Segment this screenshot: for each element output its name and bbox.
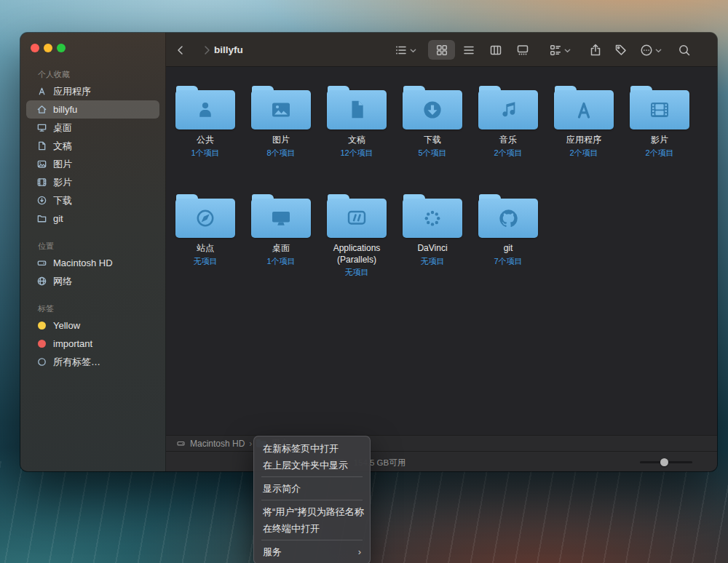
menu-item-label: 服务 [263, 546, 282, 558]
folder-icon [251, 194, 311, 238]
folder-item-pictures[interactable]: 图片 8个项目 [243, 86, 319, 194]
toolbar: billyfu [166, 33, 717, 67]
menu-item-label: 在新标签页中打开 [263, 442, 339, 455]
folder-icon [403, 86, 462, 129]
list-view-button[interactable] [455, 40, 482, 60]
minimize-button[interactable] [44, 44, 52, 52]
view-options-button[interactable] [393, 41, 418, 59]
folder-item-davinci[interactable]: DaVinci 无项目 [395, 194, 470, 303]
sidebar-item-downloads[interactable]: 下载 [26, 191, 159, 209]
folder-icon [251, 86, 311, 129]
folder-item-music[interactable]: 音乐 2个项目 [470, 86, 546, 194]
sidebar-item-label: Macintosh HD [53, 257, 113, 268]
sidebar-item-label: 应用程序 [53, 85, 91, 98]
sidebar-item-network[interactable]: 网络 [26, 272, 159, 290]
back-icon [174, 44, 187, 57]
sidebar-item-tag-important[interactable]: important [26, 335, 159, 353]
folder-item-public[interactable]: 公共 1个项目 [167, 86, 243, 194]
sidebar-item-macintosh-hd[interactable]: Macintosh HD [26, 254, 159, 272]
chevron-right-icon: › [249, 439, 252, 449]
column-view-icon [489, 44, 502, 57]
network-icon [36, 276, 47, 287]
folder-item-movies[interactable]: 影片 2个项目 [622, 86, 697, 194]
slider-knob[interactable] [660, 458, 668, 466]
menu-item-copy-as-pathname[interactable]: 将“用户”拷贝为路径名称 [254, 503, 370, 520]
sidebar-item-applications[interactable]: 应用程序 [26, 82, 159, 100]
menu-divider [261, 476, 363, 477]
folder-name: Applications (Parallels) [320, 243, 393, 265]
menu-item-services[interactable]: 服务 › [254, 543, 370, 560]
folder-icon [36, 213, 47, 224]
menu-item-get-info[interactable]: 显示简介 [254, 480, 370, 497]
main-area: billyfu [166, 33, 717, 471]
menu-item-open-new-tab[interactable]: 在新标签页中打开 [254, 440, 370, 457]
group-button[interactable] [547, 41, 572, 59]
sidebar-item-label: 网络 [53, 275, 72, 288]
folder-name: 图片 [272, 135, 290, 146]
icon-size-slider[interactable] [640, 461, 692, 463]
share-icon [589, 44, 602, 57]
folder-item-applications[interactable]: 应用程序 2个项目 [546, 86, 622, 194]
folder-item-sites[interactable]: 站点 无项目 [167, 194, 243, 303]
sidebar-item-desktop[interactable]: 桌面 [26, 119, 159, 137]
menu-item-label: 在上层文件夹中显示 [263, 459, 348, 471]
folder-name: DaVinci [417, 243, 447, 255]
grid-view-button[interactable] [428, 40, 455, 60]
menu-item-label: 显示简介 [263, 482, 301, 495]
search-button[interactable] [676, 41, 693, 59]
sidebar-item-pictures[interactable]: 图片 [26, 155, 159, 173]
folder-name: 音乐 [499, 135, 517, 146]
list-view-icon [462, 44, 475, 57]
close-button[interactable] [31, 44, 39, 52]
column-view-button[interactable] [482, 40, 509, 60]
folder-item-documents[interactable]: 文稿 12个项目 [319, 86, 395, 194]
folder-name: 文稿 [348, 135, 365, 146]
view-segmented-control [428, 40, 536, 60]
finder-window: 个人收藏 应用程序 billyfu 桌面 文稿 图片 [20, 33, 717, 471]
sidebar-item-label: important [53, 338, 92, 349]
more-button[interactable] [638, 41, 664, 59]
document-icon [327, 90, 387, 129]
tag-button[interactable] [612, 41, 630, 59]
sidebar-item-label: 下载 [53, 194, 72, 207]
folder-icon [554, 86, 614, 129]
picture-icon [251, 90, 311, 129]
back-button[interactable] [172, 41, 189, 59]
sidebar-item-label: 图片 [53, 158, 72, 171]
zoom-button[interactable] [57, 44, 66, 52]
compass-icon [175, 199, 235, 238]
forward-button[interactable] [198, 41, 215, 59]
gallery-view-button[interactable] [509, 40, 536, 60]
menu-item-open-in-terminal[interactable]: 在终端中打开 [254, 520, 370, 537]
sidebar-item-label: billyfu [53, 104, 77, 115]
film-icon [630, 90, 689, 129]
hdd-icon [176, 439, 186, 448]
folder-icon [327, 194, 387, 238]
context-menu: 在新标签页中打开 在上层文件夹中显示 显示简介 将“用户”拷贝为路径名称 在终端… [253, 436, 371, 563]
folder-item-downloads[interactable]: 下载 5个项目 [395, 86, 470, 194]
folder-count: 2个项目 [569, 148, 598, 159]
sidebar-item-label: Yellow [53, 320, 80, 331]
sidebar: 个人收藏 应用程序 billyfu 桌面 文稿 图片 [20, 33, 166, 471]
sidebar-item-label: 桌面 [53, 121, 72, 135]
monitor-icon [251, 199, 311, 238]
sidebar-item-all-tags[interactable]: 所有标签… [26, 353, 159, 371]
path-bar: Macintosh HD › 用户 [166, 435, 717, 451]
sidebar-item-git[interactable]: git [26, 209, 159, 228]
path-segment[interactable]: Macintosh HD [190, 439, 245, 449]
folder-item-desktop[interactable]: 桌面 1个项目 [243, 194, 319, 303]
sidebar-item-tag-yellow[interactable]: Yellow [26, 316, 159, 335]
sidebar-item-documents[interactable]: 文稿 [26, 137, 159, 155]
share-button[interactable] [587, 41, 604, 59]
chevron-down-icon [564, 47, 571, 54]
folder-item-applications-parallels[interactable]: Applications (Parallels) 无项目 [319, 194, 395, 303]
davinci-icon [403, 199, 462, 238]
downloads-icon [36, 195, 47, 206]
folder-item-git[interactable]: git 7个项目 [470, 194, 546, 303]
sidebar-item-billyfu[interactable]: billyfu [26, 100, 159, 119]
sidebar-item-movies[interactable]: 影片 [26, 173, 159, 191]
movies-icon [36, 177, 47, 188]
chevron-down-icon [655, 47, 662, 54]
music-icon [478, 90, 538, 129]
menu-item-show-enclosing-folder[interactable]: 在上层文件夹中显示 [254, 457, 370, 474]
